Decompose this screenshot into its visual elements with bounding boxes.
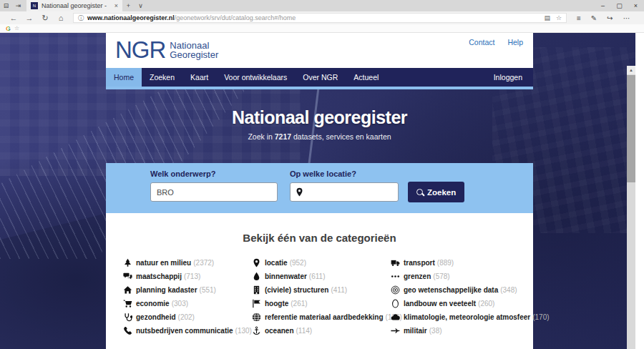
category-count: (889) — [437, 259, 454, 267]
category-item[interactable]: oceanen(114) — [252, 324, 391, 338]
category-item[interactable]: binnenwater(611) — [252, 270, 391, 283]
category-count: (713) — [184, 272, 200, 280]
url-path: /geonetwork/srv/dut/catalog.search#/home — [175, 14, 296, 21]
category-count: (303) — [172, 300, 188, 308]
category-name: maatschappij — [136, 272, 182, 280]
nav-item-inloggen[interactable]: Inloggen — [483, 68, 533, 87]
search-button[interactable]: Zoeken — [408, 182, 464, 202]
set-tabs-aside-icon[interactable]: ⇥ — [12, 2, 24, 9]
scroll-up-icon[interactable]: ▲ — [627, 66, 635, 74]
category-item[interactable]: nutsbedrijven communicatie(130) — [123, 324, 252, 338]
site-favicon-icon: N — [31, 2, 38, 9]
share-icon[interactable]: ↪ — [607, 14, 613, 22]
topic-label: Welk onderwerp? — [150, 169, 215, 178]
category-name: binnenwater — [265, 272, 307, 280]
refresh-icon[interactable]: ↻ — [37, 14, 53, 23]
home-icon[interactable]: ⌂ — [53, 14, 69, 22]
category-item[interactable]: referentie materiaal aardbedekking(186) — [252, 310, 391, 324]
address-input[interactable]: ⓘ www.nationaalgeoregister.nl /geonetwor… — [73, 13, 567, 23]
category-item[interactable]: gezondheid(202) — [123, 310, 252, 324]
categories-heading: Bekijk één van de categorieën — [106, 213, 533, 244]
egg-icon — [391, 299, 400, 308]
category-columns: natuur en milieu(2372)maatschappij(713)p… — [123, 256, 533, 338]
close-button[interactable]: × — [628, 2, 644, 9]
minimize-button[interactable]: – — [595, 2, 611, 9]
new-tab-button[interactable]: + — [122, 2, 135, 9]
tab-title: Nationaal georegister - — [42, 2, 112, 9]
flag-icon — [252, 299, 261, 308]
tab-strip: ⊟ ⇥ N Nationaal georegister - × + ∨ – ▢ … — [0, 0, 644, 11]
category-name: klimatologie, meteorologie atmosfeer — [404, 313, 530, 321]
category-count: (202) — [178, 313, 195, 321]
home-icon — [123, 285, 132, 295]
category-name: geo wetenschappelijke data — [404, 286, 498, 294]
add-favorite-star-icon[interactable]: ☆ — [556, 14, 562, 21]
category-item[interactable]: transport(889) — [391, 256, 550, 270]
nav-item-actueel[interactable]: Actueel — [346, 68, 386, 87]
category-column: locatie(952)binnenwater(611)(civiele) st… — [252, 256, 391, 338]
category-name: oceanen — [265, 327, 294, 335]
help-link[interactable]: Help — [507, 38, 523, 46]
main-nav: HomeZoekenKaartVoor ontwikkelaarsOver NG… — [106, 68, 533, 87]
category-item[interactable]: maatschappij(713) — [123, 270, 252, 283]
location-pin-icon — [295, 187, 304, 197]
category-item[interactable]: economie(303) — [123, 297, 252, 310]
category-name: planning kadaster — [136, 286, 197, 294]
back-icon[interactable]: ← — [6, 14, 21, 22]
category-column: natuur en milieu(2372)maatschappij(713)p… — [123, 256, 252, 338]
category-count: (348) — [500, 286, 517, 294]
pin-icon — [252, 258, 261, 267]
category-item[interactable]: klimatologie, meteorologie atmosfeer(170… — [391, 310, 550, 324]
category-item[interactable]: (civiele) structuren(411) — [252, 283, 391, 297]
category-count: (411) — [331, 286, 347, 294]
phone-icon — [123, 326, 132, 335]
globe-icon — [252, 313, 261, 322]
page-scrollbar[interactable]: ▲ ▼ — [627, 66, 635, 349]
location-input[interactable] — [290, 182, 399, 202]
category-count: (261) — [291, 300, 307, 308]
nav-item-kaart[interactable]: Kaart — [182, 68, 216, 87]
web-note-icon[interactable]: ✎ — [591, 14, 597, 22]
tab-close-icon[interactable]: × — [114, 2, 118, 9]
category-item[interactable]: landbouw en veeteelt(260) — [391, 297, 550, 310]
tab-preview-icon[interactable]: ⊟ — [0, 2, 12, 9]
window-controls: – ▢ × — [595, 2, 644, 9]
category-column: transport(889)grenzen(578)geo wetenschap… — [391, 256, 550, 338]
forward-icon[interactable]: → — [21, 14, 37, 22]
cart-icon — [123, 299, 132, 308]
category-item[interactable]: hoogte(261) — [252, 297, 391, 310]
reading-view-icon[interactable]: ▤ — [544, 14, 550, 21]
nav-item-over-ngr[interactable]: Over NGR — [295, 68, 346, 87]
category-item[interactable]: natuur en milieu(2372) — [123, 256, 252, 270]
bookmark-star-icon[interactable]: ☆ — [14, 25, 19, 31]
nav-item-zoeken[interactable]: Zoeken — [142, 68, 182, 87]
contact-link[interactable]: Contact — [469, 38, 494, 46]
site-info-icon[interactable]: ⓘ — [78, 14, 84, 22]
nav-item-home[interactable]: Home — [106, 68, 142, 87]
ngr-logo[interactable]: NGR Nationaal Georegister — [115, 36, 218, 64]
target-icon — [391, 285, 400, 295]
bookmark-favicon[interactable]: G — [6, 25, 11, 32]
category-item[interactable]: grenzen(578) — [391, 270, 550, 283]
search-icon — [416, 189, 423, 195]
scrollbar-thumb[interactable] — [627, 75, 635, 182]
category-name: nutsbedrijven communicatie — [136, 327, 233, 335]
stethoscope-icon — [123, 313, 132, 322]
categories-section: Bekijk één van de categorieën natuur en … — [106, 213, 533, 349]
category-item[interactable]: planning kadaster(551) — [123, 283, 252, 297]
jet-icon — [391, 326, 400, 335]
hero-subtitle: Zoek in 7217 datasets, services en kaart… — [106, 132, 533, 141]
category-name: economie — [136, 300, 170, 308]
search-panel: Welk onderwerp? Op welke locatie? Zoeken — [106, 163, 533, 213]
hero: Nationaal georegister Zoek in 7217 datas… — [106, 89, 533, 163]
restore-button[interactable]: ▢ — [611, 2, 628, 9]
category-item[interactable]: locatie(952) — [252, 256, 391, 270]
topic-input[interactable] — [150, 182, 278, 202]
nav-item-voor-ontwikkelaars[interactable]: Voor ontwikkelaars — [216, 68, 295, 87]
browser-tab[interactable]: N Nationaal georegister - × — [26, 0, 122, 11]
category-item[interactable]: militair(38) — [391, 324, 550, 338]
more-options-icon[interactable]: ⋯ — [623, 14, 630, 22]
tab-preview-toggle-icon[interactable]: ∨ — [135, 2, 147, 9]
hub-icon[interactable]: ≡ — [577, 14, 581, 22]
category-item[interactable]: geo wetenschappelijke data(348) — [391, 283, 550, 297]
